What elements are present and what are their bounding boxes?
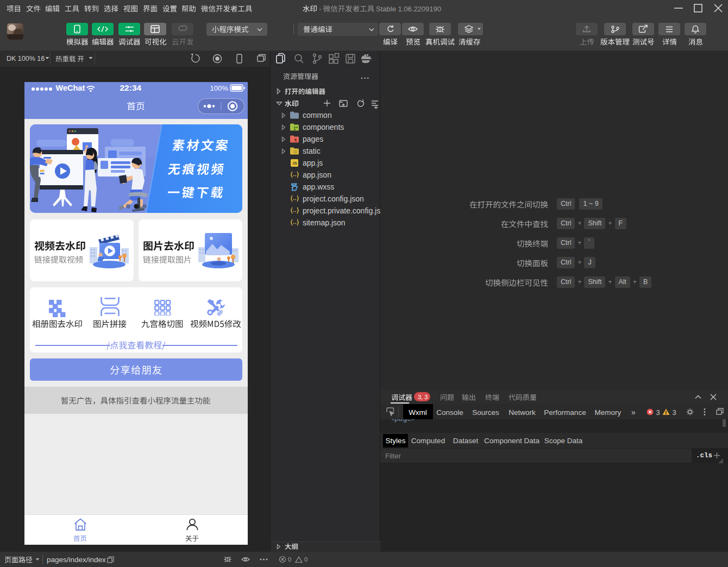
svg-text:0: 0 — [304, 556, 307, 563]
svg-text:0: 0 — [288, 556, 291, 563]
